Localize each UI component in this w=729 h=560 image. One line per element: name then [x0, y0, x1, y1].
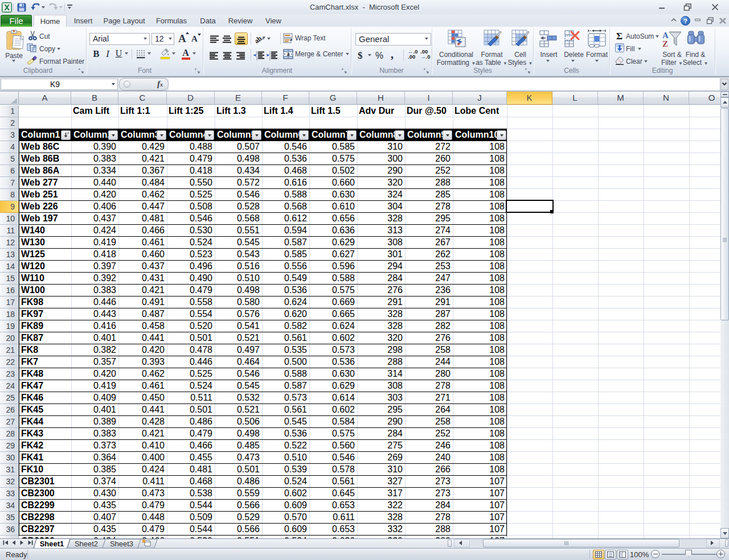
svg-text:?: ? [683, 18, 687, 24]
svg-text:Z: Z [662, 39, 668, 48]
svg-text:A: A [662, 31, 669, 40]
svg-text:a: a [287, 51, 290, 57]
